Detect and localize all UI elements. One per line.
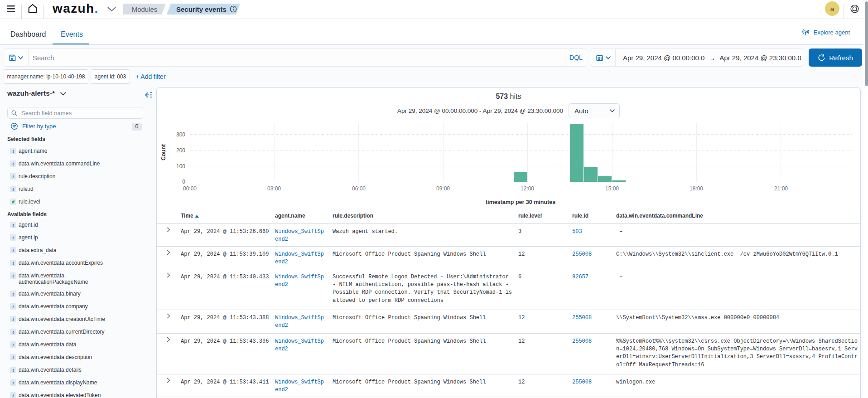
svg-text:06:00: 06:00 (352, 185, 366, 192)
svg-text:00:00: 00:00 (183, 185, 197, 192)
svg-text:200: 200 (176, 147, 185, 154)
svg-text:15:00: 15:00 (605, 185, 619, 192)
svg-text:03:00: 03:00 (267, 185, 281, 192)
svg-text:21:00: 21:00 (774, 185, 788, 192)
svg-text:Count: Count (160, 144, 167, 160)
svg-text:12:00: 12:00 (521, 185, 534, 192)
svg-text:timestamp per 30 minutes: timestamp per 30 minutes (486, 199, 555, 205)
svg-text:09:00: 09:00 (436, 185, 450, 192)
svg-text:300: 300 (176, 131, 185, 138)
svg-text:0: 0 (182, 179, 185, 185)
svg-text:100: 100 (176, 163, 185, 170)
svg-text:18:00: 18:00 (690, 185, 703, 192)
